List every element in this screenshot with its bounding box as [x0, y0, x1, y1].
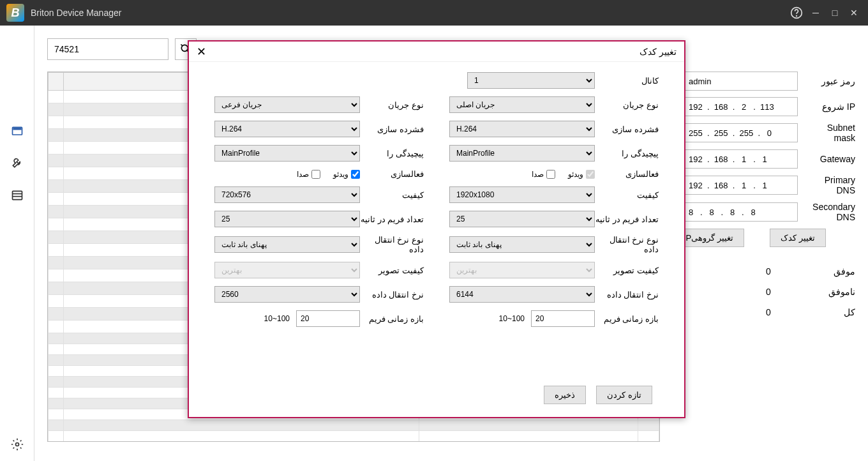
select-ratetype-main[interactable]: پهنای باند ثابت	[449, 236, 595, 253]
label-activate-sub: فعالسازی	[360, 169, 424, 179]
save-button[interactable]: ذخیره	[544, 386, 586, 404]
select-ratetype-sub[interactable]: پهنای باند ثابت	[214, 236, 360, 253]
select-fps-main[interactable]: 25	[449, 211, 595, 227]
input-interval-main[interactable]	[531, 310, 595, 327]
chk-video-sub[interactable]	[351, 170, 360, 179]
chk-audio-sub-label: صدا	[297, 170, 309, 179]
modal-close-icon[interactable]: ✕	[197, 45, 206, 59]
select-stream-main[interactable]: جریان اصلی	[449, 96, 595, 113]
modal-header: تغییر کدک ✕	[189, 42, 684, 62]
modal-title: تغییر کدک	[640, 47, 677, 57]
label-quality-sub: کیفیت	[360, 190, 424, 200]
select-imgq-main: بهترین	[449, 262, 595, 278]
label-quality-main: کیفیت	[595, 190, 659, 200]
main-stream-column: نوع جریانجریان اصلی فشرده سازیH.264 پیچی…	[449, 96, 659, 335]
codec-modal: تغییر کدک ✕ کانال1 نوع جریانجریان اصلی ف…	[188, 40, 685, 418]
select-quality-main[interactable]: 1920x1080	[449, 186, 595, 203]
label-imgq-main: کیفیت تصویر	[595, 266, 659, 275]
select-complexity-main[interactable]: MainProfile	[449, 145, 595, 162]
select-imgq-sub: بهترین	[214, 262, 360, 278]
label-fps-sub: تعداد فریم در ثانیه	[360, 215, 424, 224]
select-fps-sub[interactable]: 25	[214, 211, 360, 227]
label-compress-sub: فشرده سازی	[360, 125, 424, 134]
select-compress-main[interactable]: H.264	[449, 121, 595, 137]
label-fps-main: تعداد فریم در ثانیه	[595, 215, 659, 224]
label-interval-main: بازه زمانی فریم	[595, 314, 659, 324]
hint-interval-sub: 10~100	[264, 314, 290, 323]
label-stream-main: نوع جریان	[595, 100, 659, 110]
select-channel[interactable]: 1	[467, 72, 595, 89]
chk-video-main-label: ویدئو	[568, 170, 583, 179]
label-stream-sub: نوع جریان	[360, 100, 424, 110]
label-ratetype-main: نوع نرخ انتقال داده	[595, 235, 659, 254]
select-complexity-sub[interactable]: MainProfile	[214, 145, 360, 162]
select-stream-sub[interactable]: جریان فرعی	[214, 96, 360, 113]
label-complexity-sub: پیچیدگی را	[360, 149, 424, 158]
chk-audio-main[interactable]	[546, 170, 555, 179]
label-activate-main: فعالسازی	[595, 169, 659, 179]
chk-audio-sub[interactable]	[311, 170, 320, 179]
label-complexity-main: پیچیدگی را	[595, 149, 659, 158]
hint-interval-main: 10~100	[499, 314, 525, 323]
select-bitrate-main[interactable]: 6144	[449, 286, 595, 303]
label-channel: کانال	[595, 76, 659, 86]
input-interval-sub[interactable]	[296, 310, 360, 327]
label-imgq-sub: کیفیت تصویر	[360, 266, 424, 275]
chk-video-main	[586, 170, 595, 179]
modal-overlay: تغییر کدک ✕ کانال1 نوع جریانجریان اصلی ف…	[0, 0, 868, 461]
label-bitrate-main: نرخ انتقال داده	[595, 290, 659, 299]
chk-video-sub-label: ویدئو	[333, 170, 348, 179]
select-compress-sub[interactable]: H.264	[214, 121, 360, 137]
chk-audio-main-label: صدا	[532, 170, 544, 179]
select-bitrate-sub[interactable]: 2560	[214, 286, 360, 303]
select-quality-sub[interactable]: 720x576	[214, 186, 360, 203]
label-interval-sub: بازه زمانی فریم	[360, 314, 424, 324]
label-ratetype-sub: نوع نرخ انتقال داده	[360, 235, 424, 254]
sub-stream-column: نوع جریانجریان فرعی فشرده سازیH.264 پیچی…	[214, 96, 424, 335]
refresh-button[interactable]: تازه کردن	[596, 386, 652, 404]
label-compress-main: فشرده سازی	[595, 125, 659, 134]
label-bitrate-sub: نرخ انتقال داده	[360, 290, 424, 299]
